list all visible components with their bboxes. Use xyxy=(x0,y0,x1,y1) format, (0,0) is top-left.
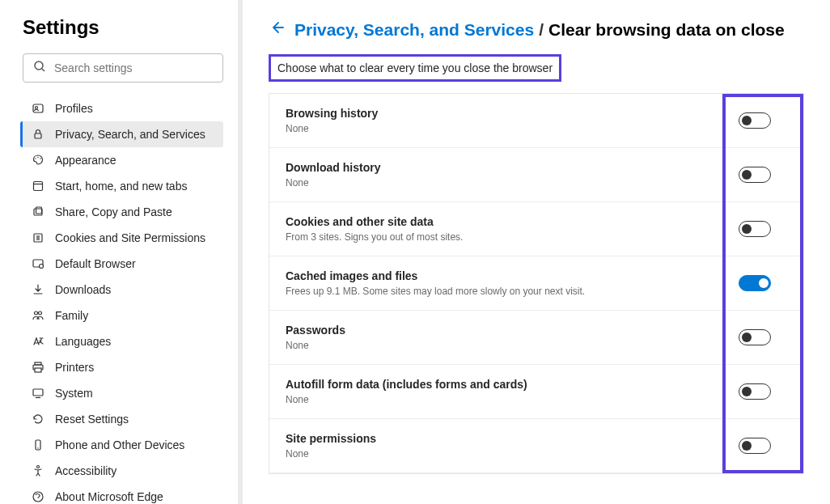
toggle-download-history[interactable] xyxy=(739,167,771,183)
sidebar-item-label: Languages xyxy=(55,335,111,348)
main-content: Privacy, Search, and Services / Clear br… xyxy=(243,0,830,504)
about-icon xyxy=(31,489,45,504)
sidebar-item-label: Profiles xyxy=(55,102,93,115)
reset-icon xyxy=(31,412,45,426)
svg-rect-4 xyxy=(35,133,41,138)
setting-row-browsing-history: Browsing history None xyxy=(269,94,803,148)
toggle-cached[interactable] xyxy=(739,275,771,291)
search-icon xyxy=(33,60,54,76)
sidebar-item-label: Printers xyxy=(55,361,94,374)
setting-desc: From 3 sites. Signs you out of most site… xyxy=(286,231,722,243)
breadcrumb-separator: / xyxy=(539,20,544,40)
privacy-icon xyxy=(31,127,45,142)
breadcrumb-link[interactable]: Privacy, Search, and Services xyxy=(294,20,534,40)
search-settings-box[interactable] xyxy=(23,53,223,83)
toggle-browsing-history[interactable] xyxy=(739,112,771,129)
setting-desc: None xyxy=(286,123,722,134)
setting-label: Autofill form data (includes forms and c… xyxy=(286,378,722,391)
setting-desc: Frees up 9.1 MB. Some sites may load mor… xyxy=(286,286,722,297)
sidebar-item-label: System xyxy=(55,387,93,400)
sidebar-item-family[interactable]: Family xyxy=(23,303,223,328)
back-arrow-icon[interactable] xyxy=(269,19,285,40)
phone-icon xyxy=(31,438,45,452)
toggle-cookies[interactable] xyxy=(739,221,771,237)
toggle-site-permissions[interactable] xyxy=(739,438,771,454)
svg-point-17 xyxy=(40,265,44,269)
sidebar-item-default-browser[interactable]: Default Browser xyxy=(23,251,223,277)
settings-title: Settings xyxy=(23,16,223,39)
sidebar-item-reset[interactable]: Reset Settings xyxy=(23,406,223,432)
cookies-icon xyxy=(31,231,45,245)
sidebar-item-privacy[interactable]: Privacy, Search, and Services xyxy=(20,121,223,147)
setting-label: Cookies and other site data xyxy=(286,215,722,228)
setting-label: Site permissions xyxy=(286,432,722,445)
sidebar-item-label: Downloads xyxy=(55,283,111,296)
sidebar-item-label: Phone and Other Devices xyxy=(55,438,184,451)
svg-point-19 xyxy=(39,311,42,315)
svg-point-3 xyxy=(36,107,38,109)
setting-desc: None xyxy=(286,177,722,188)
setting-label: Browsing history xyxy=(286,107,722,120)
appearance-icon xyxy=(31,153,45,167)
svg-point-7 xyxy=(40,158,40,159)
svg-rect-23 xyxy=(33,389,43,396)
downloads-icon xyxy=(31,282,45,297)
setting-label: Passwords xyxy=(286,324,722,337)
svg-point-28 xyxy=(33,492,43,502)
sidebar-item-label: Default Browser xyxy=(55,257,136,270)
printers-icon xyxy=(31,360,45,375)
setting-desc: None xyxy=(286,394,722,405)
setting-desc: None xyxy=(286,448,722,460)
setting-row-cached: Cached images and files Frees up 9.1 MB.… xyxy=(269,256,803,311)
sidebar-item-accessibility[interactable]: Accessibility xyxy=(23,458,223,484)
sidebar-item-label: Family xyxy=(55,309,88,322)
start-icon xyxy=(31,179,45,193)
sidebar-item-label: About Microsoft Edge xyxy=(55,490,163,503)
svg-point-18 xyxy=(35,311,38,315)
family-icon xyxy=(31,308,45,323)
languages-icon xyxy=(31,334,45,349)
svg-rect-8 xyxy=(34,182,43,191)
svg-rect-2 xyxy=(33,104,43,112)
breadcrumb-current: Clear browsing data on close xyxy=(548,20,785,40)
system-icon xyxy=(31,386,45,400)
sidebar-item-profiles[interactable]: Profiles xyxy=(23,95,223,121)
setting-row-passwords: Passwords None xyxy=(269,311,803,365)
svg-point-5 xyxy=(35,158,36,159)
svg-rect-22 xyxy=(35,368,41,372)
share-icon xyxy=(31,205,45,219)
setting-row-autofill: Autofill form data (includes forms and c… xyxy=(269,365,803,419)
sidebar-item-label: Reset Settings xyxy=(55,413,129,426)
sidebar-item-label: Accessibility xyxy=(55,464,116,477)
sidebar-item-appearance[interactable]: Appearance xyxy=(23,147,223,173)
sidebar-item-label: Appearance xyxy=(55,154,116,167)
breadcrumb: Privacy, Search, and Services / Clear br… xyxy=(269,19,804,40)
setting-label: Download history xyxy=(286,161,722,174)
sidebar-item-phone[interactable]: Phone and Other Devices xyxy=(23,432,223,458)
sidebar-item-label: Start, home, and new tabs xyxy=(55,180,187,193)
accessibility-icon xyxy=(31,464,45,478)
svg-point-6 xyxy=(37,157,38,158)
default-browser-icon xyxy=(31,256,45,271)
profiles-icon xyxy=(31,101,45,116)
sidebar-item-downloads[interactable]: Downloads xyxy=(23,277,223,303)
sidebar-item-about[interactable]: About Microsoft Edge xyxy=(23,484,223,504)
sidebar-item-printers[interactable]: Printers xyxy=(23,354,223,380)
svg-line-1 xyxy=(42,69,44,71)
sidebar-item-system[interactable]: System xyxy=(23,380,223,406)
toggle-passwords[interactable] xyxy=(739,329,771,345)
clear-data-settings-card: Browsing history None Download history N… xyxy=(269,93,804,474)
setting-row-site-permissions: Site permissions None xyxy=(269,419,803,473)
toggle-autofill[interactable] xyxy=(739,383,771,400)
search-input[interactable] xyxy=(54,61,213,74)
svg-point-26 xyxy=(37,447,38,448)
sidebar-item-label: Privacy, Search, and Services xyxy=(55,128,205,141)
sidebar-item-start[interactable]: Start, home, and new tabs xyxy=(23,173,223,199)
settings-sidebar: Settings Profiles Privacy, Search, and S… xyxy=(0,0,243,504)
sidebar-item-share[interactable]: Share, Copy and Paste xyxy=(23,199,223,225)
setting-desc: None xyxy=(286,340,722,351)
svg-rect-10 xyxy=(34,209,42,215)
sidebar-item-languages[interactable]: Languages xyxy=(23,328,223,354)
setting-row-download-history: Download history None xyxy=(269,148,803,202)
sidebar-item-cookies[interactable]: Cookies and Site Permissions xyxy=(23,225,223,251)
